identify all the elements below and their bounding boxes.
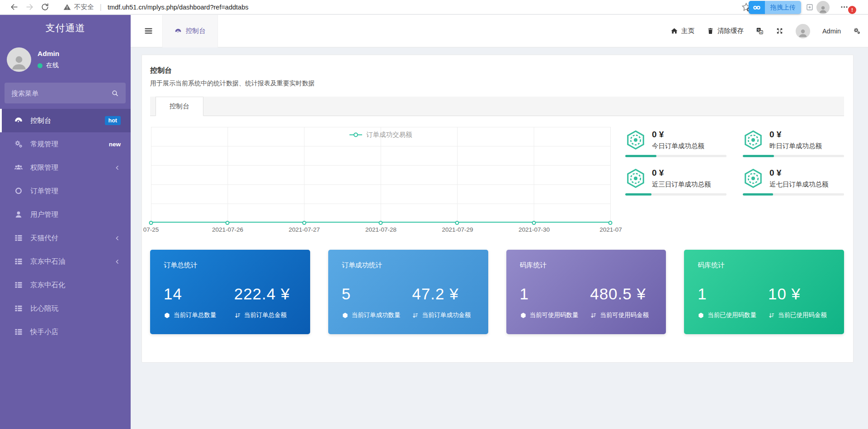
sidebar-item[interactable]: 比心陪玩 [0,297,131,320]
hexagon-small-icon [164,312,170,319]
stat-card-count: 1 [520,285,590,303]
summary-widget-progressbar [743,155,844,157]
stat-card-amount-col: 47.2 ¥当前订单成功金额 [412,285,474,319]
summary-widget-value: 0 ¥ [652,168,711,178]
person-icon [818,5,828,14]
stat-card-amount-label: 当前可使用码金额 [590,311,652,319]
sidebar-user-block: Admin 在线 [0,41,131,81]
summary-widget-text: 0 ¥近三日订单成功总额 [652,168,711,189]
site-security-indicator[interactable]: 不安全 [63,3,94,11]
sidebar-item[interactable]: 用户管理 [0,203,131,226]
browser-alert-badge[interactable]: ! [848,6,856,14]
sidebar-search [5,83,126,103]
panel-tab-strip: 控制台 [150,97,844,116]
clear-cache-button[interactable]: 清除缓存 [707,27,744,35]
stat-card-count-label: 当前已使用码数量 [698,311,768,319]
panel-tab-dashboard[interactable]: 控制台 [156,97,203,116]
person-icon [9,53,28,72]
sidebar-item-label: 常规管理 [30,140,109,149]
translate-button[interactable]: 文A [756,27,764,35]
summary-widget-progressbar [743,193,844,196]
summary-widget: 0 ¥今日订单成功总额 [625,130,726,157]
stat-card-count-col: 1当前已使用码数量 [698,285,768,319]
browser-profile-avatar[interactable] [816,1,830,14]
sidebar-item-label: 京东中石油 [30,257,110,266]
sidebar-item-badge: hot [105,116,121,125]
hexagon-small-icon [698,312,704,319]
sidebar-item[interactable]: 快手小店 [0,320,131,344]
hexagon-stat-icon [625,130,646,150]
stat-card-count: 1 [698,285,768,303]
more-icon[interactable] [840,3,849,11]
browser-forward-button[interactable] [22,0,37,14]
stat-card-title: 码库统计 [698,261,830,270]
topnav-user-name[interactable]: Admin [822,28,841,35]
clear-cache-label: 清除缓存 [717,27,744,35]
settings-gear-button[interactable] [853,27,861,35]
stat-card-amount: 222.4 ¥ [234,285,297,303]
sidebar-toggle-button[interactable] [140,15,157,47]
sidebar-item[interactable]: 常规管理new [0,132,131,156]
sidebar-item[interactable]: 订单管理 [0,179,131,203]
chart-point [532,221,536,225]
avatar[interactable] [7,47,31,72]
top-navbar: 控制台 主页 清除缓存 文A Admin [131,15,868,47]
url-separator: | [100,3,102,12]
user-status: 在线 [38,61,59,70]
topnav-tab-dashboard[interactable]: 控制台 [162,15,218,47]
page-subtitle: 用于展示当前系统中的统计数据、统计报表及重要实时数据 [150,79,844,88]
dashboard-icon [175,28,182,35]
translate-icon: 文A [756,27,764,35]
stat-card-count-col: 14当前订单总数量 [164,285,234,319]
chart-point [302,221,306,225]
hamburger-icon [144,26,153,36]
hexagon-stat-icon [743,168,764,189]
chart-plot-area [151,127,611,223]
menu-search-input[interactable] [11,89,111,97]
summary-widget-progressbar [625,155,726,157]
summary-widget-value: 0 ¥ [652,130,704,140]
home-button[interactable]: 主页 [670,27,694,35]
sidebar-item[interactable]: 控制台hot [0,109,131,132]
dashboard-icon [14,116,24,125]
person-icon [797,28,808,38]
stat-card-title: 订单总统计 [164,261,297,270]
sidebar-item[interactable]: 天猫代付 [0,226,131,250]
x-tick-label: 2021-07 [599,226,622,233]
address-bar[interactable]: tmdf.uh51.cn/mplys.php/dashboard?ref=add… [108,4,249,11]
sidebar-menu: 控制台hot常规管理new权限管理订单管理用户管理天猫代付京东中石油京东中石化比… [0,109,131,344]
extension-upload-popup[interactable]: 拖拽上传 [749,1,801,14]
svg-text:A: A [760,31,762,34]
browser-toolbar-right: 拖拽上传 ! [732,0,868,14]
stat-card-amount-col: 480.5 ¥当前可使用码金额 [590,285,652,319]
sidebar-item-label: 控制台 [30,116,105,126]
chart-legend[interactable]: 订单成功交易额 [150,131,612,139]
summary-widget-progress-fill [743,193,773,196]
sidebar-item[interactable]: 京东中石油 [0,250,131,273]
legend-label: 订单成功交易额 [366,131,412,139]
stat-card-count-col: 5当前订单成功数量 [342,285,412,319]
summary-widget-value: 0 ¥ [769,130,822,140]
stat-card-count-label: 当前订单总数量 [164,311,234,319]
summary-widget-progressbar [625,193,726,196]
sidebar-item[interactable]: 京东中石化 [0,273,131,297]
stat-card-title: 码库统计 [520,261,653,270]
addbox-icon[interactable] [806,3,814,11]
dashboard-panel: 控制台 用于展示当前系统中的统计数据、统计报表及重要实时数据 控制台 订单成功交… [142,55,854,363]
sort-amount-icon [590,312,597,319]
search-icon[interactable] [111,89,119,97]
orders-line-chart[interactable]: 订单成功交易额 07-252021-07-262021-07-272021-07… [150,127,612,235]
summary-widget-progress-fill [743,155,774,157]
stat-card-count-label-text: 当前已使用码数量 [708,311,756,319]
home-label: 主页 [681,27,694,35]
x-tick-label: 07-25 [143,226,159,233]
chart-x-axis: 07-252021-07-262021-07-272021-07-282021-… [151,226,611,235]
browser-reload-button[interactable] [37,0,52,14]
sidebar-item[interactable]: 权限管理 [0,156,131,179]
fullscreen-button[interactable] [776,27,783,35]
user-icon [14,210,24,219]
list-icon [14,327,24,336]
browser-back-button[interactable] [6,0,22,14]
topnav-avatar[interactable] [796,24,810,38]
stat-card-amount: 480.5 ¥ [590,285,652,303]
